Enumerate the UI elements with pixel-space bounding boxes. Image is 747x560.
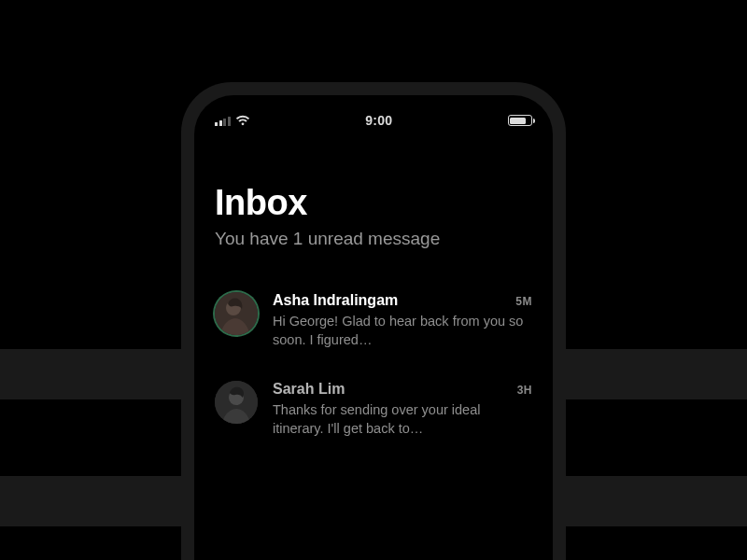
status-time: 9:00 xyxy=(365,113,392,128)
sender-name: Sarah Lim xyxy=(273,381,345,398)
message-row[interactable]: Asha Indralingam 5M Hi George! Glad to h… xyxy=(215,292,532,349)
status-bar: 9:00 xyxy=(215,110,532,131)
phone-frame: 9:00 Inbox You have 1 unread message xyxy=(181,82,566,560)
phone-screen: 9:00 Inbox You have 1 unread message xyxy=(194,95,553,560)
cellular-signal-icon xyxy=(215,116,231,126)
status-left xyxy=(215,115,250,126)
message-body: Sarah Lim 3H Thanks for sending over you… xyxy=(273,381,532,438)
wifi-icon xyxy=(235,115,250,126)
page-title: Inbox xyxy=(215,183,532,223)
message-time: 3H xyxy=(517,384,532,397)
sender-name: Asha Indralingam xyxy=(273,292,398,309)
avatar xyxy=(215,292,258,335)
page-subtitle: You have 1 unread message xyxy=(215,229,532,249)
message-time: 5M xyxy=(515,295,532,308)
page-header: Inbox You have 1 unread message xyxy=(215,183,532,249)
message-row[interactable]: Sarah Lim 3H Thanks for sending over you… xyxy=(215,381,532,438)
status-right xyxy=(508,115,532,126)
message-list: Asha Indralingam 5M Hi George! Glad to h… xyxy=(215,292,532,438)
avatar xyxy=(215,381,258,424)
battery-icon xyxy=(508,115,532,126)
message-preview: Hi George! Glad to hear back from you so… xyxy=(273,313,532,349)
message-body: Asha Indralingam 5M Hi George! Glad to h… xyxy=(273,292,532,349)
message-preview: Thanks for sending over your ideal itine… xyxy=(273,401,532,438)
